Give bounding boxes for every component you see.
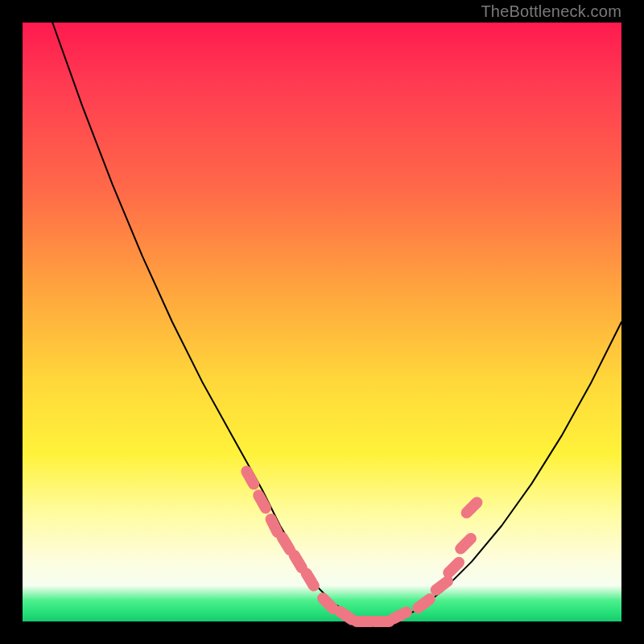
plot-area xyxy=(23,23,621,621)
curve-marker-dot xyxy=(461,539,471,548)
curve-marker-dot xyxy=(449,563,459,572)
curve-marker-dot xyxy=(359,617,369,626)
bottleneck-curve xyxy=(52,23,621,621)
curve-marker-dot xyxy=(281,539,291,548)
curve-marker-dot xyxy=(246,473,255,482)
curve-marker-dot xyxy=(437,580,447,590)
curve-marker-dot xyxy=(323,599,332,609)
curve-marker-dot xyxy=(258,497,267,506)
curve-marker-dot xyxy=(395,611,405,621)
chart-svg xyxy=(23,23,621,621)
chart-frame: TheBottleneck.com xyxy=(0,0,644,644)
curve-marker-dot xyxy=(377,617,386,626)
curve-marker-dot xyxy=(305,575,315,584)
curve-marker-dot xyxy=(293,557,303,567)
curve-marker-dot xyxy=(467,503,477,513)
curve-markers xyxy=(246,472,477,626)
curve-marker-dot xyxy=(341,611,351,621)
watermark-text: TheBottleneck.com xyxy=(481,0,621,23)
curve-marker-dot xyxy=(419,599,429,609)
curve-marker-dot xyxy=(270,521,279,530)
